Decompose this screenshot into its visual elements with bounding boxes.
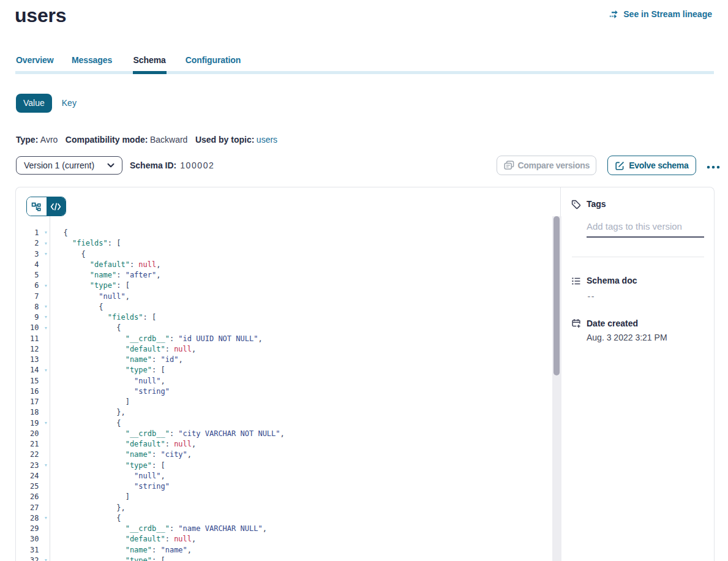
code-line: 11 "__crdb__": "id UUID NOT NULL", [16,334,542,344]
code-text: "type": [ [50,365,165,375]
code-line: 9 "fields": [ [16,312,542,323]
line-number: 15 [16,376,39,386]
line-number: 7 [16,292,39,302]
code-text: "name": "id", [50,355,183,365]
fold-caret-empty [39,355,50,365]
version-select-value: Version 1 (current) [24,160,107,170]
line-number: 21 [16,439,39,450]
code-text: "__crdb__": "id UUID NOT NULL", [50,334,263,344]
fold-caret-empty [39,492,50,502]
tab-overview[interactable]: Overview [15,56,54,74]
tab-bar: OverviewMessagesSchemaConfiguration [15,56,714,74]
compare-versions-icon [504,160,514,171]
code-text: "default": null, [50,439,197,450]
evolve-schema-icon [615,160,625,171]
fold-caret-icon[interactable] [39,312,50,323]
fold-caret-icon[interactable] [39,555,50,561]
code-line: 29 "__crdb__": "name VARCHAR NULL", [16,524,542,534]
code-line: 19 { [16,418,542,429]
meta-value-link[interactable]: users [257,135,277,145]
tags-input[interactable] [587,221,704,238]
fold-caret-empty [39,450,50,460]
fold-caret-empty [39,397,50,407]
key-value-switch: Value Key [16,94,78,113]
more-options-button[interactable] [707,157,720,177]
fold-caret-empty [39,481,50,492]
tree-view-button[interactable] [27,197,47,216]
fold-caret-empty [39,534,50,544]
code-line: 10 { [16,323,542,333]
fold-caret-icon[interactable] [39,418,50,429]
tab-configuration[interactable]: Configuration [185,56,241,74]
tag-icon [571,200,581,209]
fold-caret-icon[interactable] [39,238,50,249]
line-number: 5 [16,270,39,280]
meta-value: Avro [40,135,58,145]
line-number: 16 [16,386,39,397]
stream-lineage-link[interactable]: See in Stream lineage [609,9,712,20]
code-line: 13 "name": "id", [16,355,542,365]
schema-panel: 1{2 "fields": [3 {4 "default": null,5 "n… [15,187,715,561]
fold-caret-icon[interactable] [39,249,50,260]
fold-caret-icon[interactable] [39,280,50,291]
fold-caret-empty [39,407,50,418]
code-line: 22 "name": "city", [16,450,542,460]
fold-caret-icon[interactable] [39,513,50,524]
line-number: 20 [16,429,39,439]
evolve-schema-button[interactable]: Evolve schema [607,156,696,175]
line-number: 12 [16,344,39,355]
fold-caret-empty [39,344,50,355]
fold-caret-empty [39,376,50,386]
tags-heading-row: Tags [571,200,704,209]
code-text: }, [50,503,126,513]
code-text: "fields": [ [50,238,121,249]
compare-versions-button[interactable]: Compare versions [497,156,596,175]
fold-caret-icon[interactable] [39,461,50,471]
code-text: "__crdb__": "name VARCHAR NULL", [50,524,267,534]
code-line: 4 "default": null, [16,260,542,270]
meta-value: Backward [150,135,187,145]
code-text: "__crdb__": "city VARCHAR NOT NULL", [50,429,285,439]
fold-caret-icon[interactable] [39,323,50,333]
code-editor[interactable]: 1{2 "fields": [3 {4 "default": null,5 "n… [16,228,542,561]
schema-doc-value: -- [588,292,705,301]
value-tab-button[interactable]: Value [16,94,52,113]
schema-id-label: Schema ID: [130,160,176,170]
fold-caret-icon[interactable] [39,228,50,238]
line-number: 29 [16,524,39,534]
code-text: "default": null, [50,260,161,270]
line-number: 14 [16,365,39,375]
code-text: "null", [50,292,130,302]
fold-caret-empty [39,386,50,397]
code-line: 25 "string" [16,481,542,492]
chevron-down-icon [107,163,114,168]
code-line: 5 "name": "after", [16,270,542,280]
code-text: "name": "after", [50,270,161,280]
line-number: 32 [16,555,39,561]
fold-caret-empty [39,292,50,302]
tab-schema[interactable]: Schema [133,56,167,74]
code-text: "null", [50,376,165,386]
code-line: 20 "__crdb__": "city VARCHAR NOT NULL", [16,429,542,439]
fold-caret-icon[interactable] [39,302,50,312]
scrollbar-thumb[interactable] [554,216,560,375]
fold-caret-icon[interactable] [39,365,50,375]
evolve-schema-label: Evolve schema [629,160,688,170]
schema-id-value: 100002 [180,160,214,170]
sidebar-divider [572,257,704,257]
code-text: "type": [ [50,555,165,561]
code-text: "string" [50,386,170,397]
fold-caret-empty [39,503,50,513]
code-view-icon [50,203,61,211]
code-text: "default": null, [50,344,197,355]
code-view-button[interactable] [47,197,66,216]
key-tab-button[interactable]: Key [61,98,78,108]
version-select[interactable]: Version 1 (current) [16,156,122,175]
line-number: 3 [16,249,39,260]
schema-controls-row: Version 1 (current) Schema ID: 100002 Co… [16,156,714,175]
line-number: 2 [16,238,39,249]
code-text: "fields": [ [50,312,157,323]
tab-messages[interactable]: Messages [71,56,113,74]
code-line: 12 "default": null, [16,344,542,355]
code-line: 24 "null", [16,471,542,481]
